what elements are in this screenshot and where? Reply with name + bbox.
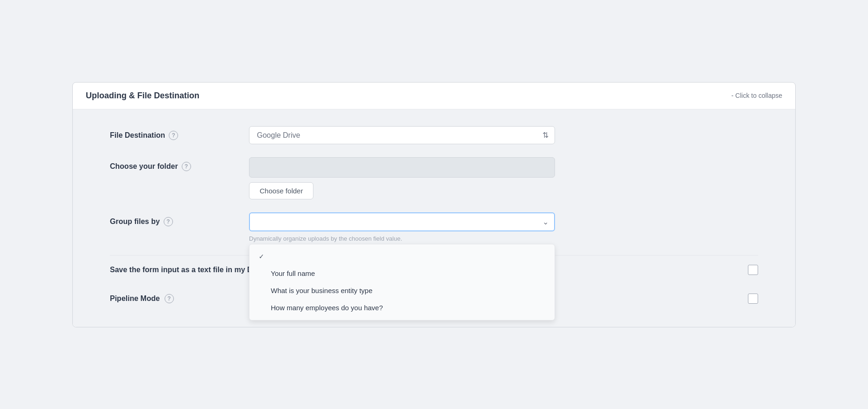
group-files-select-wrapper: Your full name What is your business ent… — [249, 212, 555, 231]
uploading-file-destination-panel: Uploading & File Destination - Click to … — [72, 82, 796, 327]
choose-folder-button[interactable]: Choose folder — [249, 182, 313, 199]
group-files-label: Group files by ? — [110, 212, 249, 226]
file-destination-label: File Destination ? — [110, 126, 249, 140]
group-files-control: Your full name What is your business ent… — [249, 212, 555, 242]
dropdown-check-item[interactable]: ✓ — [249, 248, 555, 265]
file-destination-help-icon[interactable]: ? — [169, 131, 178, 140]
choose-folder-control: Choose folder — [249, 157, 555, 199]
save-text-file-checkbox[interactable] — [748, 265, 758, 275]
collapse-link[interactable]: - Click to collapse — [731, 92, 782, 99]
choose-folder-row: Choose your folder ? Choose folder — [110, 157, 758, 199]
check-mark-icon: ✓ — [259, 253, 266, 260]
group-files-select[interactable]: Your full name What is your business ent… — [249, 212, 555, 231]
dropdown-item-business-entity[interactable]: What is your business entity type — [249, 282, 555, 299]
file-destination-select-wrapper: Google Drive Dropbox OneDrive Local Stor… — [249, 126, 555, 144]
group-files-dropdown: ✓ Your full name What is your business e… — [249, 244, 555, 320]
panel-header: Uploading & File Destination - Click to … — [73, 83, 795, 109]
choose-folder-help-icon[interactable]: ? — [182, 162, 191, 171]
panel-title: Uploading & File Destination — [86, 91, 199, 101]
folder-path-display — [249, 157, 555, 178]
pipeline-mode-checkbox[interactable] — [748, 294, 758, 304]
file-destination-select[interactable]: Google Drive Dropbox OneDrive Local Stor… — [249, 126, 555, 144]
pipeline-mode-label: Pipeline Mode ? — [110, 294, 174, 303]
dropdown-item-employees[interactable]: How many employees do you have? — [249, 299, 555, 316]
file-destination-row: File Destination ? Google Drive Dropbox … — [110, 126, 758, 144]
group-files-description: Dynamically organize uploads by the choo… — [249, 235, 555, 242]
dropdown-item-full-name[interactable]: Your full name — [249, 265, 555, 282]
panel-body: File Destination ? Google Drive Dropbox … — [73, 109, 795, 327]
choose-folder-label: Choose your folder ? — [110, 157, 249, 171]
group-files-row: Group files by ? Your full name What is … — [110, 212, 758, 242]
pipeline-mode-help-icon[interactable]: ? — [165, 294, 174, 303]
file-destination-control: Google Drive Dropbox OneDrive Local Stor… — [249, 126, 555, 144]
group-files-help-icon[interactable]: ? — [164, 217, 173, 226]
